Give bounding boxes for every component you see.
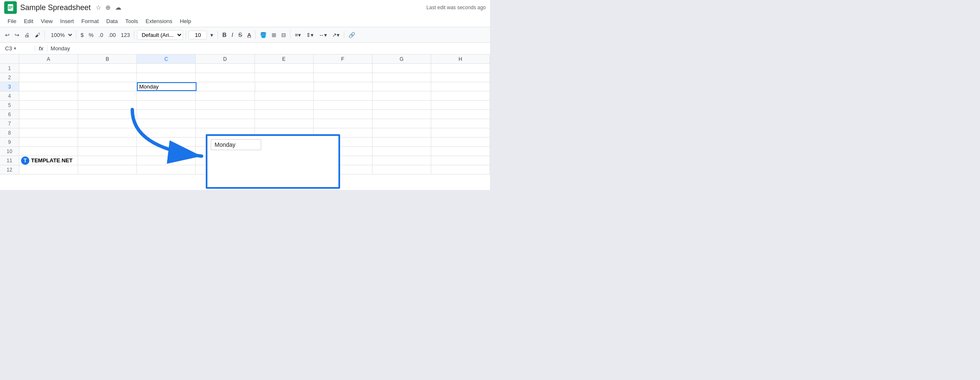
cell-b6[interactable] bbox=[78, 110, 137, 119]
menu-extensions[interactable]: Extensions bbox=[142, 17, 176, 26]
cell-a1[interactable] bbox=[19, 64, 78, 73]
cell-f6[interactable] bbox=[314, 110, 372, 119]
cell-g11[interactable] bbox=[372, 156, 431, 165]
cell-b10[interactable] bbox=[78, 147, 137, 156]
formula-input[interactable] bbox=[47, 45, 488, 52]
col-header-e[interactable]: E bbox=[255, 55, 314, 63]
cell-c6[interactable] bbox=[137, 110, 196, 119]
cell-h11[interactable] bbox=[431, 156, 490, 165]
wrap-button[interactable]: ↔▾ bbox=[317, 31, 329, 39]
row-number-12[interactable]: 12 bbox=[0, 165, 19, 174]
col-header-c[interactable]: C bbox=[137, 55, 196, 63]
corner-cell[interactable] bbox=[0, 55, 19, 63]
cell-d7[interactable] bbox=[196, 119, 254, 128]
cell-h3[interactable] bbox=[431, 82, 490, 91]
cell-g3[interactable] bbox=[373, 82, 432, 91]
cell-g6[interactable] bbox=[372, 110, 431, 119]
link-button[interactable]: 🔗 bbox=[347, 31, 357, 39]
borders-button[interactable]: ⊞ bbox=[270, 31, 278, 39]
paint-format-button[interactable]: 🖌 bbox=[33, 31, 42, 39]
cell-f3[interactable] bbox=[314, 82, 373, 91]
font-select[interactable]: Default (Ari... bbox=[137, 30, 183, 40]
cell-a4[interactable] bbox=[19, 91, 78, 100]
cell-h10[interactable] bbox=[431, 147, 490, 156]
cell-e6[interactable] bbox=[255, 110, 314, 119]
cell-g1[interactable] bbox=[372, 64, 431, 73]
row-number-7[interactable]: 7 bbox=[0, 119, 19, 128]
col-header-g[interactable]: G bbox=[372, 55, 431, 63]
cell-g12[interactable] bbox=[372, 165, 431, 174]
menu-help[interactable]: Help bbox=[176, 17, 194, 26]
cell-h9[interactable] bbox=[431, 138, 490, 146]
cell-c10[interactable] bbox=[137, 147, 196, 156]
cell-b7[interactable] bbox=[78, 119, 137, 128]
redo-button[interactable]: ↪ bbox=[13, 31, 21, 39]
cell-c11[interactable] bbox=[137, 156, 196, 165]
cell-g10[interactable] bbox=[372, 147, 431, 156]
font-size-dropdown[interactable]: ▾ bbox=[209, 31, 215, 39]
cell-f7[interactable] bbox=[314, 119, 372, 128]
cell-e7[interactable] bbox=[255, 119, 314, 128]
cell-b5[interactable] bbox=[78, 101, 137, 109]
cell-g4[interactable] bbox=[372, 91, 431, 100]
percent-button[interactable]: % bbox=[87, 31, 95, 39]
decimal-less-button[interactable]: .0 bbox=[97, 31, 105, 39]
cell-a3[interactable] bbox=[19, 82, 78, 91]
cell-a8[interactable] bbox=[19, 128, 78, 137]
cell-g5[interactable] bbox=[372, 101, 431, 109]
menu-view[interactable]: View bbox=[37, 17, 56, 26]
rotate-button[interactable]: ↗▾ bbox=[330, 31, 341, 39]
cell-d6[interactable] bbox=[196, 110, 254, 119]
cell-f5[interactable] bbox=[314, 101, 372, 109]
cell-c8[interactable] bbox=[137, 128, 196, 137]
cell-b3[interactable] bbox=[78, 82, 137, 91]
align-button[interactable]: ≡▾ bbox=[293, 31, 303, 39]
cell-a2[interactable] bbox=[19, 73, 78, 82]
strikethrough-button[interactable]: S bbox=[236, 30, 244, 39]
number-format-button[interactable]: 123 bbox=[119, 31, 132, 39]
menu-file[interactable]: File bbox=[4, 17, 20, 26]
cell-e3[interactable] bbox=[255, 82, 314, 91]
row-number-3[interactable]: 3 bbox=[0, 82, 19, 91]
cell-c3-active[interactable]: Monday bbox=[137, 82, 197, 91]
row-number-4[interactable]: 4 bbox=[0, 91, 19, 100]
fill-color-button[interactable]: 🪣 bbox=[258, 31, 268, 39]
cell-d4[interactable] bbox=[196, 91, 254, 100]
menu-edit[interactable]: Edit bbox=[21, 17, 37, 26]
col-header-b[interactable]: B bbox=[78, 55, 137, 63]
zoom-select[interactable]: 100% bbox=[47, 31, 73, 39]
row-number-11[interactable]: 11 bbox=[0, 156, 19, 165]
italic-button[interactable]: I bbox=[230, 30, 235, 39]
cell-c5[interactable] bbox=[137, 101, 196, 109]
row-number-2[interactable]: 2 bbox=[0, 73, 19, 82]
cell-c4[interactable] bbox=[137, 91, 196, 100]
cell-a9[interactable] bbox=[19, 138, 78, 146]
cell-b11[interactable] bbox=[78, 156, 137, 165]
cell-a10[interactable] bbox=[19, 147, 78, 156]
cloud-icon[interactable]: ☁ bbox=[115, 4, 121, 11]
menu-data[interactable]: Data bbox=[103, 17, 121, 26]
cell-a6[interactable] bbox=[19, 110, 78, 119]
cell-h6[interactable] bbox=[431, 110, 490, 119]
merge-button[interactable]: ⊟ bbox=[280, 31, 288, 39]
cell-b8[interactable] bbox=[78, 128, 137, 137]
cell-d5[interactable] bbox=[196, 101, 254, 109]
row-number-5[interactable]: 5 bbox=[0, 101, 19, 109]
cell-h2[interactable] bbox=[431, 73, 490, 82]
row-number-8[interactable]: 8 bbox=[0, 128, 19, 137]
cell-a7[interactable] bbox=[19, 119, 78, 128]
cell-g2[interactable] bbox=[372, 73, 431, 82]
cell-c2[interactable] bbox=[137, 73, 196, 82]
row-number-10[interactable]: 10 bbox=[0, 147, 19, 156]
cell-ref-dropdown[interactable]: ▾ bbox=[14, 46, 16, 51]
cell-g8[interactable] bbox=[372, 128, 431, 137]
cell-b12[interactable] bbox=[78, 165, 137, 174]
cell-f1[interactable] bbox=[314, 64, 372, 73]
menu-tools[interactable]: Tools bbox=[122, 17, 141, 26]
cell-e2[interactable] bbox=[255, 73, 314, 82]
decimal-more-button[interactable]: .00 bbox=[107, 31, 118, 39]
print-button[interactable]: 🖨 bbox=[23, 31, 31, 39]
row-number-9[interactable]: 9 bbox=[0, 138, 19, 146]
valign-button[interactable]: ⇕▾ bbox=[304, 31, 315, 39]
cell-a12[interactable] bbox=[19, 165, 78, 174]
